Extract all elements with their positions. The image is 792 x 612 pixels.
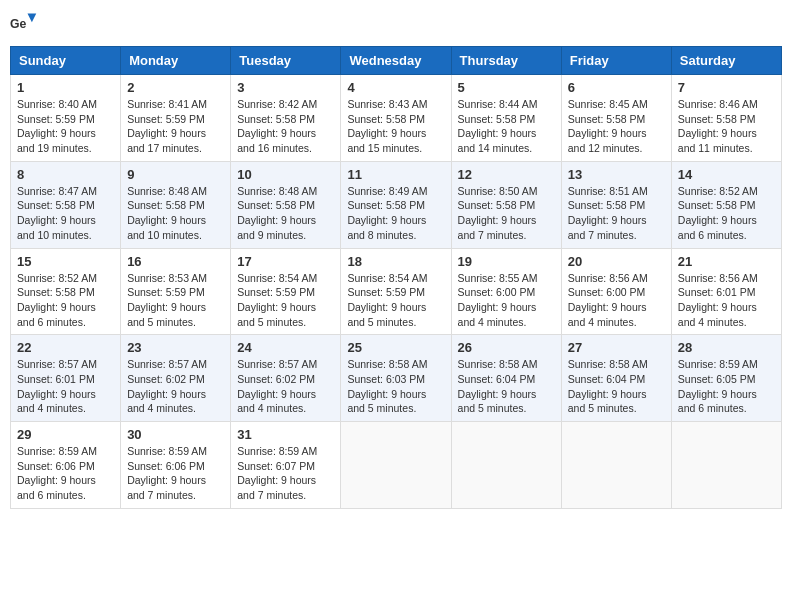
day-info: Sunrise: 8:57 AM Sunset: 6:01 PM Dayligh… [17, 357, 114, 416]
day-number: 28 [678, 340, 775, 355]
day-info: Sunrise: 8:57 AM Sunset: 6:02 PM Dayligh… [127, 357, 224, 416]
calendar-cell: 6Sunrise: 8:45 AM Sunset: 5:58 PM Daylig… [561, 75, 671, 162]
calendar-week-3: 15Sunrise: 8:52 AM Sunset: 5:58 PM Dayli… [11, 248, 782, 335]
day-number: 31 [237, 427, 334, 442]
day-info: Sunrise: 8:59 AM Sunset: 6:05 PM Dayligh… [678, 357, 775, 416]
day-info: Sunrise: 8:59 AM Sunset: 6:06 PM Dayligh… [127, 444, 224, 503]
day-info: Sunrise: 8:59 AM Sunset: 6:07 PM Dayligh… [237, 444, 334, 503]
calendar-cell: 17Sunrise: 8:54 AM Sunset: 5:59 PM Dayli… [231, 248, 341, 335]
day-number: 16 [127, 254, 224, 269]
day-number: 12 [458, 167, 555, 182]
day-info: Sunrise: 8:41 AM Sunset: 5:59 PM Dayligh… [127, 97, 224, 156]
calendar-cell: 19Sunrise: 8:55 AM Sunset: 6:00 PM Dayli… [451, 248, 561, 335]
day-info: Sunrise: 8:56 AM Sunset: 6:00 PM Dayligh… [568, 271, 665, 330]
calendar-cell: 12Sunrise: 8:50 AM Sunset: 5:58 PM Dayli… [451, 161, 561, 248]
calendar-cell: 21Sunrise: 8:56 AM Sunset: 6:01 PM Dayli… [671, 248, 781, 335]
calendar-cell: 23Sunrise: 8:57 AM Sunset: 6:02 PM Dayli… [121, 335, 231, 422]
calendar-cell [561, 422, 671, 509]
calendar-cell: 13Sunrise: 8:51 AM Sunset: 5:58 PM Dayli… [561, 161, 671, 248]
calendar-cell [671, 422, 781, 509]
calendar-cell: 29Sunrise: 8:59 AM Sunset: 6:06 PM Dayli… [11, 422, 121, 509]
calendar-header-row: SundayMondayTuesdayWednesdayThursdayFrid… [11, 47, 782, 75]
weekday-header-saturday: Saturday [671, 47, 781, 75]
calendar-cell: 5Sunrise: 8:44 AM Sunset: 5:58 PM Daylig… [451, 75, 561, 162]
day-info: Sunrise: 8:58 AM Sunset: 6:03 PM Dayligh… [347, 357, 444, 416]
calendar-cell: 15Sunrise: 8:52 AM Sunset: 5:58 PM Dayli… [11, 248, 121, 335]
day-number: 22 [17, 340, 114, 355]
calendar-cell: 3Sunrise: 8:42 AM Sunset: 5:58 PM Daylig… [231, 75, 341, 162]
day-number: 9 [127, 167, 224, 182]
day-info: Sunrise: 8:52 AM Sunset: 5:58 PM Dayligh… [678, 184, 775, 243]
day-number: 6 [568, 80, 665, 95]
day-info: Sunrise: 8:50 AM Sunset: 5:58 PM Dayligh… [458, 184, 555, 243]
weekday-header-wednesday: Wednesday [341, 47, 451, 75]
day-info: Sunrise: 8:45 AM Sunset: 5:58 PM Dayligh… [568, 97, 665, 156]
day-info: Sunrise: 8:48 AM Sunset: 5:58 PM Dayligh… [237, 184, 334, 243]
day-info: Sunrise: 8:51 AM Sunset: 5:58 PM Dayligh… [568, 184, 665, 243]
day-info: Sunrise: 8:58 AM Sunset: 6:04 PM Dayligh… [458, 357, 555, 416]
day-number: 8 [17, 167, 114, 182]
day-number: 5 [458, 80, 555, 95]
day-number: 4 [347, 80, 444, 95]
calendar-cell: 7Sunrise: 8:46 AM Sunset: 5:58 PM Daylig… [671, 75, 781, 162]
calendar-cell: 30Sunrise: 8:59 AM Sunset: 6:06 PM Dayli… [121, 422, 231, 509]
logo-icon: Ge [10, 10, 38, 38]
day-info: Sunrise: 8:42 AM Sunset: 5:58 PM Dayligh… [237, 97, 334, 156]
calendar-cell: 9Sunrise: 8:48 AM Sunset: 5:58 PM Daylig… [121, 161, 231, 248]
day-info: Sunrise: 8:44 AM Sunset: 5:58 PM Dayligh… [458, 97, 555, 156]
calendar-cell: 11Sunrise: 8:49 AM Sunset: 5:58 PM Dayli… [341, 161, 451, 248]
calendar-week-5: 29Sunrise: 8:59 AM Sunset: 6:06 PM Dayli… [11, 422, 782, 509]
weekday-header-tuesday: Tuesday [231, 47, 341, 75]
svg-marker-1 [28, 14, 37, 23]
weekday-header-sunday: Sunday [11, 47, 121, 75]
calendar-table: SundayMondayTuesdayWednesdayThursdayFrid… [10, 46, 782, 509]
day-number: 7 [678, 80, 775, 95]
day-info: Sunrise: 8:48 AM Sunset: 5:58 PM Dayligh… [127, 184, 224, 243]
calendar-cell: 27Sunrise: 8:58 AM Sunset: 6:04 PM Dayli… [561, 335, 671, 422]
calendar-cell: 14Sunrise: 8:52 AM Sunset: 5:58 PM Dayli… [671, 161, 781, 248]
day-info: Sunrise: 8:53 AM Sunset: 5:59 PM Dayligh… [127, 271, 224, 330]
calendar-cell: 2Sunrise: 8:41 AM Sunset: 5:59 PM Daylig… [121, 75, 231, 162]
day-info: Sunrise: 8:47 AM Sunset: 5:58 PM Dayligh… [17, 184, 114, 243]
day-info: Sunrise: 8:52 AM Sunset: 5:58 PM Dayligh… [17, 271, 114, 330]
day-number: 25 [347, 340, 444, 355]
calendar-cell: 4Sunrise: 8:43 AM Sunset: 5:58 PM Daylig… [341, 75, 451, 162]
calendar-cell: 26Sunrise: 8:58 AM Sunset: 6:04 PM Dayli… [451, 335, 561, 422]
day-number: 15 [17, 254, 114, 269]
day-number: 19 [458, 254, 555, 269]
day-info: Sunrise: 8:40 AM Sunset: 5:59 PM Dayligh… [17, 97, 114, 156]
day-info: Sunrise: 8:56 AM Sunset: 6:01 PM Dayligh… [678, 271, 775, 330]
calendar-cell: 18Sunrise: 8:54 AM Sunset: 5:59 PM Dayli… [341, 248, 451, 335]
day-number: 24 [237, 340, 334, 355]
day-number: 11 [347, 167, 444, 182]
calendar-cell: 20Sunrise: 8:56 AM Sunset: 6:00 PM Dayli… [561, 248, 671, 335]
day-info: Sunrise: 8:49 AM Sunset: 5:58 PM Dayligh… [347, 184, 444, 243]
day-info: Sunrise: 8:58 AM Sunset: 6:04 PM Dayligh… [568, 357, 665, 416]
day-info: Sunrise: 8:57 AM Sunset: 6:02 PM Dayligh… [237, 357, 334, 416]
calendar-cell [451, 422, 561, 509]
weekday-header-thursday: Thursday [451, 47, 561, 75]
calendar-week-2: 8Sunrise: 8:47 AM Sunset: 5:58 PM Daylig… [11, 161, 782, 248]
calendar-cell: 1Sunrise: 8:40 AM Sunset: 5:59 PM Daylig… [11, 75, 121, 162]
calendar-week-4: 22Sunrise: 8:57 AM Sunset: 6:01 PM Dayli… [11, 335, 782, 422]
weekday-header-friday: Friday [561, 47, 671, 75]
calendar-cell: 22Sunrise: 8:57 AM Sunset: 6:01 PM Dayli… [11, 335, 121, 422]
svg-text:Ge: Ge [10, 17, 27, 31]
day-number: 13 [568, 167, 665, 182]
day-number: 10 [237, 167, 334, 182]
day-number: 21 [678, 254, 775, 269]
day-number: 3 [237, 80, 334, 95]
day-info: Sunrise: 8:55 AM Sunset: 6:00 PM Dayligh… [458, 271, 555, 330]
day-number: 30 [127, 427, 224, 442]
calendar-cell: 28Sunrise: 8:59 AM Sunset: 6:05 PM Dayli… [671, 335, 781, 422]
day-info: Sunrise: 8:59 AM Sunset: 6:06 PM Dayligh… [17, 444, 114, 503]
day-number: 23 [127, 340, 224, 355]
day-number: 29 [17, 427, 114, 442]
calendar-cell: 8Sunrise: 8:47 AM Sunset: 5:58 PM Daylig… [11, 161, 121, 248]
day-number: 27 [568, 340, 665, 355]
weekday-header-monday: Monday [121, 47, 231, 75]
day-info: Sunrise: 8:54 AM Sunset: 5:59 PM Dayligh… [347, 271, 444, 330]
calendar-cell: 25Sunrise: 8:58 AM Sunset: 6:03 PM Dayli… [341, 335, 451, 422]
day-number: 17 [237, 254, 334, 269]
logo: Ge [10, 10, 42, 38]
